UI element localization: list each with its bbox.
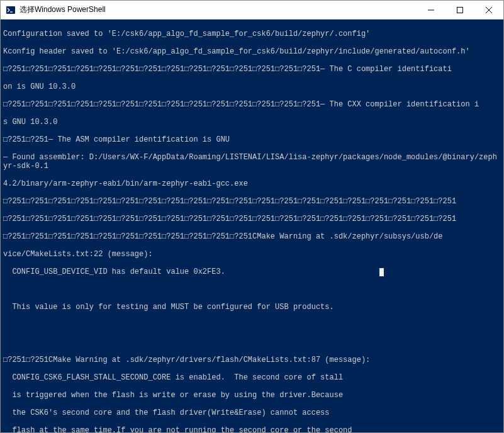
minimize-button[interactable] xyxy=(417,1,445,19)
output-line: □?251□?251□?251□?251□?251□?251□?251□?251… xyxy=(3,215,501,223)
window-title: 选择Windows PowerShell xyxy=(20,4,417,15)
output-line: □?251□?251□?251□?251□?251□?251□?251□?251… xyxy=(3,65,501,74)
output-line: flash at the same time.If you are not ru… xyxy=(3,426,501,432)
titlebar[interactable]: 选择Windows PowerShell xyxy=(1,1,503,20)
output-line: is triggered when the flash is write or … xyxy=(3,391,501,400)
powershell-icon xyxy=(6,5,16,15)
output-line: the CSK6's second core and the flash dri… xyxy=(3,408,501,417)
powershell-window: 选择Windows PowerShell Configuration saved… xyxy=(0,0,504,433)
svg-rect-0 xyxy=(6,6,15,14)
output-line: vice/CMakeLists.txt:22 (message): xyxy=(3,250,501,259)
svg-rect-3 xyxy=(457,7,463,13)
output-line: CONFIG_USB_DEVICE_VID has default value … xyxy=(3,267,501,276)
output-line: This value is only for testing and MUST … xyxy=(3,303,501,312)
text-cursor-icon xyxy=(379,268,384,276)
output-line: 4.2/binary/arm-zephyr-eabi/bin/arm-zephy… xyxy=(3,179,501,188)
output-line: on is GNU 10.3.0 xyxy=(3,82,501,91)
output-line: — Found assembler: D:/Users/WX-F/AppData… xyxy=(3,153,501,171)
output-line: CONFIG_CSK6_FLASH_STALL_SECOND_CORE is e… xyxy=(3,373,501,382)
output-line: □?251□?251□?251□?251□?251□?251□?251□?251… xyxy=(3,232,501,241)
output-line: Kconfig header saved to 'E:/csk6/app_alg… xyxy=(3,47,501,56)
output-line xyxy=(3,320,501,329)
output-line: □?251□?251CMake Warning at .sdk/zephyr/d… xyxy=(3,356,501,364)
output-line: s GNU 10.3.0 xyxy=(3,118,501,127)
close-button[interactable] xyxy=(474,1,503,19)
output-line: □?251□?251□?251□?251□?251□?251□?251□?251… xyxy=(3,100,501,109)
output-line xyxy=(3,285,501,294)
output-line: □?251□?251— The ASM compiler identificat… xyxy=(3,135,501,144)
output-line: □?251□?251□?251□?251□?251□?251□?251□?251… xyxy=(3,197,501,206)
maximize-button[interactable] xyxy=(445,1,474,19)
output-line: Configuration saved to 'E:/csk6/app_algo… xyxy=(3,30,501,38)
output-line xyxy=(3,338,501,347)
terminal-output[interactable]: Configuration saved to 'E:/csk6/app_algo… xyxy=(1,20,503,432)
window-controls xyxy=(417,1,503,19)
